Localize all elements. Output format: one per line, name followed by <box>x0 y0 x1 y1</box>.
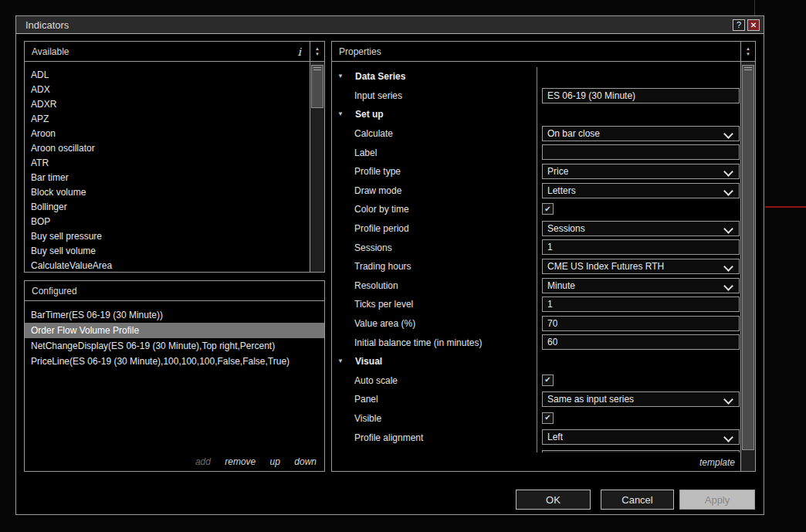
property-label: Auto scale <box>332 375 398 386</box>
property-checkbox[interactable]: ✔ <box>542 374 554 386</box>
section-collapse-icon[interactable]: ▼ <box>337 357 348 365</box>
property-text-input[interactable]: 1 <box>542 239 740 255</box>
property-row: PanelSame as input series <box>332 390 740 409</box>
properties-scrollbar[interactable]: ▲ ▼ <box>740 42 755 471</box>
chevron-down-icon <box>723 129 733 139</box>
cancel-button[interactable]: Cancel <box>601 490 674 510</box>
help-button[interactable]: ? <box>733 19 745 31</box>
property-dropdown[interactable]: On bar close <box>542 126 740 141</box>
property-label: Trading hours <box>332 261 411 272</box>
available-indicator-item[interactable]: Buy sell pressure <box>25 229 310 244</box>
available-indicator-item[interactable]: Bar timer <box>25 171 310 185</box>
available-indicator-item[interactable]: Bollinger <box>25 200 310 215</box>
configured-header-label: Configured <box>32 286 77 296</box>
template-link[interactable]: template <box>699 457 735 468</box>
ok-button[interactable]: OK <box>516 490 591 510</box>
chevron-down-icon <box>723 281 733 291</box>
property-checkbox[interactable]: ✔ <box>542 203 554 215</box>
configured-indicator-item[interactable]: Order Flow Volume Profile <box>25 323 324 338</box>
available-indicator-item[interactable]: ADL <box>25 68 310 83</box>
property-dropdown[interactable]: Sessions <box>542 221 740 236</box>
property-text-input[interactable]: 1 <box>542 296 740 312</box>
configured-indicator-item[interactable]: PriceLine(ES 06-19 (30 Minute),100,100,1… <box>25 354 324 369</box>
dropdown-value: Price <box>547 166 568 177</box>
property-dropdown[interactable]: Same as input series <box>542 391 740 407</box>
checkmark-icon: ✔ <box>544 414 550 422</box>
property-label: Draw mode <box>332 185 401 196</box>
property-dropdown[interactable]: Letters <box>542 183 740 198</box>
available-spinner: ▲ ▼ <box>310 42 324 62</box>
close-icon: ✕ <box>750 21 757 29</box>
move-down-action[interactable]: down <box>294 456 317 467</box>
available-scrollbar-thumb[interactable] <box>311 65 323 108</box>
property-text-input[interactable]: 60 <box>542 334 740 350</box>
available-indicator-item[interactable]: Aroon <box>25 127 310 141</box>
property-label: Sessions <box>332 242 392 253</box>
property-dropdown[interactable]: Minute <box>542 278 740 293</box>
configured-indicator-item[interactable]: NetChangeDisplay(ES 06-19 (30 Minute),To… <box>25 338 324 354</box>
text-input-value: ES 06-19 (30 Minute) <box>547 90 635 101</box>
available-indicator-item[interactable]: Aroon oscillator <box>25 141 310 156</box>
scroll-down-icon[interactable]: ▼ <box>746 53 750 56</box>
property-row: Visible✔ <box>332 409 740 429</box>
help-icon: ? <box>737 20 741 29</box>
property-text-input[interactable] <box>542 144 740 160</box>
configured-indicator-item[interactable]: BarTimer(ES 06-19 (30 Minute)) <box>25 307 324 323</box>
available-scrollbar-track[interactable] <box>310 62 324 272</box>
available-indicator-item[interactable]: ADX <box>25 83 310 97</box>
close-button[interactable]: ✕ <box>747 19 760 31</box>
info-icon[interactable]: i <box>298 46 303 58</box>
text-input-value: 1 <box>547 242 553 252</box>
available-indicator-item[interactable]: Block volume <box>25 185 310 200</box>
property-label: Label <box>332 147 377 158</box>
properties-panel: Properties ▼Data SeriesInput seriesES 06… <box>331 41 756 472</box>
property-row: Auto scale✔ <box>332 371 740 391</box>
property-text-input[interactable]: 70 <box>542 316 740 331</box>
dropdown-value: Same as input series <box>547 394 634 405</box>
window-titlebar[interactable]: Indicators ? ✕ <box>16 16 764 34</box>
property-label: Profile period <box>332 223 409 234</box>
property-label: Resolution <box>332 280 398 291</box>
chevron-down-icon <box>723 432 733 442</box>
scroll-down-icon[interactable]: ▼ <box>315 53 320 56</box>
property-checkbox[interactable]: ✔ <box>542 412 554 424</box>
property-row: Label <box>332 143 740 162</box>
property-dropdown[interactable]: Price <box>542 164 740 179</box>
available-indicator-item[interactable]: ADXR <box>25 97 310 112</box>
property-dropdown[interactable]: CME US Index Futures RTH <box>542 259 740 274</box>
available-scrollbar[interactable]: ▲ ▼ <box>310 42 324 272</box>
scroll-up-icon[interactable]: ▲ <box>315 47 320 51</box>
available-indicator-item[interactable]: BOP <box>25 215 310 229</box>
dropdown-value: Sessions <box>547 223 585 234</box>
indicators-dialog: Indicators ? ✕ Available i ADLADXADXRAPZ… <box>15 15 764 515</box>
properties-spinner: ▲ ▼ <box>741 42 755 62</box>
apply-button[interactable]: Apply <box>679 490 755 510</box>
move-up-action[interactable]: up <box>270 456 280 467</box>
available-indicator-item[interactable]: APZ <box>25 112 310 127</box>
properties-scrollbar-thumb[interactable] <box>742 65 754 450</box>
property-dropdown[interactable]: Left <box>542 429 740 445</box>
property-label: Input series <box>332 90 402 101</box>
section-collapse-icon[interactable]: ▼ <box>337 110 348 118</box>
properties-panel-header: Properties <box>332 42 740 62</box>
available-indicator-item[interactable]: Buy sell volume <box>25 244 310 259</box>
property-text-input[interactable]: ES 06-19 (30 Minute) <box>542 88 740 103</box>
available-indicator-list: ADLADXADXRAPZAroonAroon oscillatorATRBar… <box>25 62 310 272</box>
add-action[interactable]: add <box>195 456 211 467</box>
available-indicator-item[interactable]: CalculateValueArea <box>25 259 310 272</box>
window-title: Indicators <box>25 19 69 31</box>
available-indicator-item[interactable]: ATR <box>25 156 310 171</box>
chevron-down-icon <box>723 224 733 234</box>
scroll-up-icon[interactable]: ▲ <box>746 47 750 51</box>
desktop-background: Indicators ? ✕ Available i ADLADXADXRAPZ… <box>0 0 806 532</box>
remove-action[interactable]: remove <box>225 456 256 467</box>
property-label: Visible <box>332 413 381 424</box>
property-row: Profile alignmentLeft <box>332 428 740 447</box>
property-row: ▼Visual <box>332 352 740 371</box>
properties-scrollbar-track[interactable] <box>741 62 755 471</box>
dropdown-value: Letters <box>547 185 576 196</box>
property-row: Profile typePrice <box>332 162 740 181</box>
property-row: Ticks per level1 <box>332 295 740 314</box>
section-collapse-icon[interactable]: ▼ <box>337 73 348 80</box>
property-row: Value area (%)70 <box>332 314 740 334</box>
